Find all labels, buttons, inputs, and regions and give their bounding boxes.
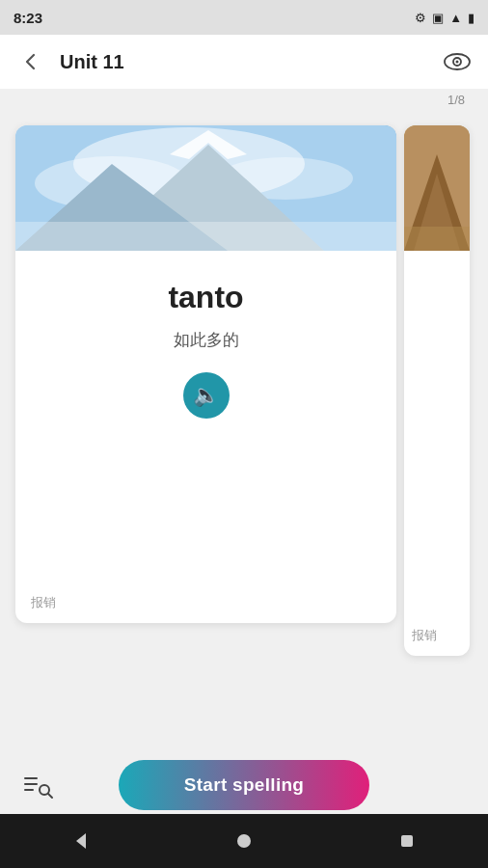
main-card: tanto 如此多的 🔈 报销 <box>15 125 396 623</box>
audio-button[interactable]: 🔈 <box>183 372 230 419</box>
bottom-toolbar: Start spelling <box>0 756 488 814</box>
word-display: tanto <box>168 280 243 315</box>
back-button[interactable] <box>14 44 48 79</box>
peek-card: 报销 <box>404 125 470 656</box>
settings-icon: ⚙ <box>415 11 426 25</box>
speaker-icon: 🔈 <box>193 383 219 408</box>
peek-card-image <box>404 125 470 251</box>
svg-marker-20 <box>76 833 86 849</box>
main-content: 1/8 <box>0 89 488 756</box>
card-report[interactable]: 报销 <box>15 583 396 623</box>
word-translation: 如此多的 <box>174 329 239 351</box>
peek-mountain-svg <box>404 125 470 251</box>
wifi-icon: ▲ <box>449 11 462 25</box>
nav-recents-icon <box>396 830 418 852</box>
svg-rect-14 <box>404 227 470 251</box>
page-title: Unit 11 <box>60 51 440 73</box>
svg-rect-22 <box>401 835 413 847</box>
nav-back-icon <box>70 830 92 852</box>
nav-bar <box>0 814 488 868</box>
card-body: tanto 如此多的 🔈 <box>15 251 396 583</box>
back-icon <box>21 52 41 71</box>
peek-card-report[interactable]: 报销 <box>412 627 437 644</box>
cards-area: tanto 如此多的 🔈 报销 报销 <box>0 116 488 656</box>
sim-icon: ▣ <box>432 11 444 25</box>
app-bar: Unit 11 <box>0 35 488 89</box>
time-display: 8:23 <box>14 10 42 26</box>
battery-icon: ▮ <box>468 11 474 25</box>
card-counter: 1/8 <box>447 93 465 107</box>
mountain-svg <box>15 125 396 251</box>
eye-button[interactable] <box>440 44 474 79</box>
nav-home-button[interactable] <box>215 822 273 860</box>
svg-point-2 <box>456 61 459 64</box>
status-bar: 8:23 ⚙ ▣ ▲ ▮ <box>0 0 488 35</box>
list-search-button[interactable] <box>19 767 56 803</box>
eye-icon <box>444 51 471 72</box>
nav-home-icon <box>233 830 255 852</box>
nav-recents-button[interactable] <box>378 822 436 860</box>
svg-rect-10 <box>15 222 396 251</box>
status-icons: ⚙ ▣ ▲ ▮ <box>415 11 474 25</box>
svg-line-19 <box>48 794 52 798</box>
nav-back-button[interactable] <box>52 822 110 860</box>
svg-point-21 <box>237 834 251 848</box>
card-image <box>15 125 396 251</box>
list-search-icon <box>21 769 54 801</box>
start-spelling-button[interactable]: Start spelling <box>119 760 369 810</box>
